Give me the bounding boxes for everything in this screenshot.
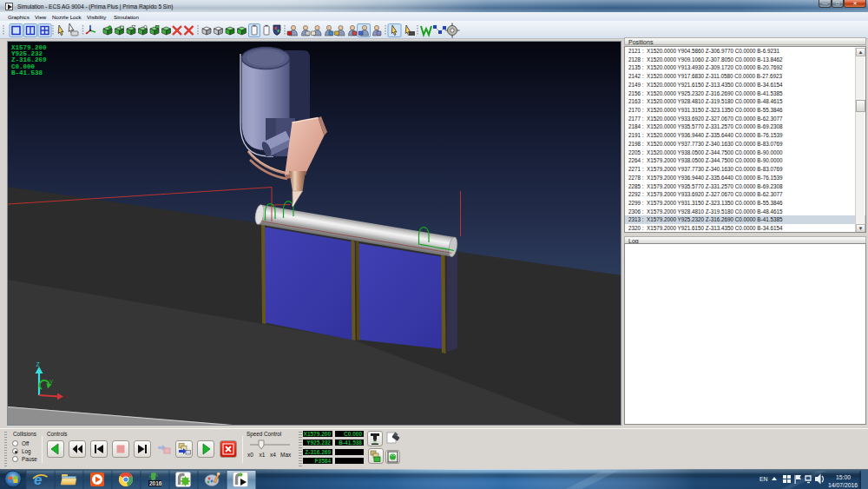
svg-text:Z: Z [36, 361, 40, 368]
svg-text:y: y [49, 378, 53, 385]
svg-text:14/07/2016: 14/07/2016 [828, 482, 858, 488]
svg-text:x1: x1 [260, 452, 266, 458]
svg-text:EN: EN [760, 476, 768, 482]
svg-text:Max: Max [280, 452, 292, 458]
svg-text:x: x [64, 393, 68, 400]
svg-text:e: e [34, 472, 42, 488]
svg-text:x0: x0 [247, 452, 253, 458]
svg-text:15:00: 15:00 [836, 474, 851, 480]
svg-text:x4: x4 [270, 452, 276, 458]
svg-text:2016: 2016 [149, 480, 162, 486]
